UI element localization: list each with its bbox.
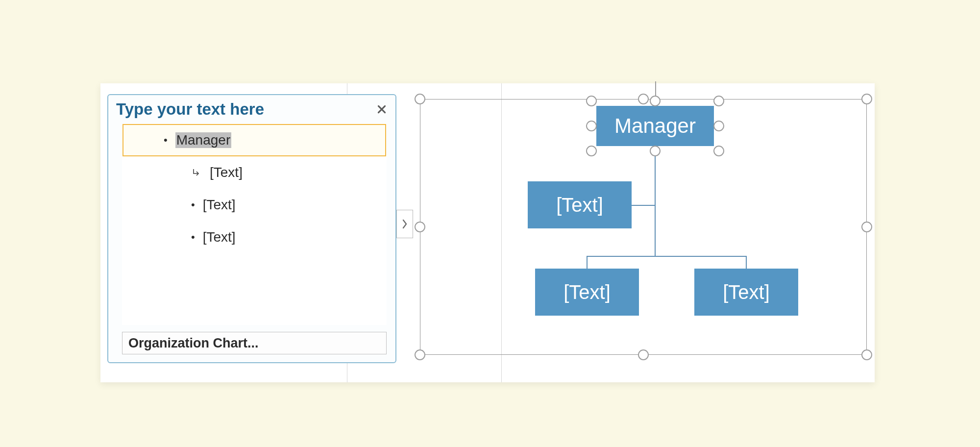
resize-handle-bottom-mid[interactable] xyxy=(638,349,649,360)
connector xyxy=(587,256,588,269)
node-resize-handle[interactable] xyxy=(586,96,597,106)
connector xyxy=(587,256,746,257)
bullet-icon: • xyxy=(191,232,195,243)
resize-handle-bottom-left[interactable] xyxy=(415,349,425,360)
resize-handle-top-right[interactable] xyxy=(861,94,872,104)
node-label: [Text] xyxy=(564,281,611,303)
smartart-editor-stage: Type your text here • Manager [Text] xyxy=(100,83,875,382)
row-gutter xyxy=(148,125,156,155)
bullet-icon: • xyxy=(191,199,195,210)
resize-handle-mid-left[interactable] xyxy=(415,222,425,232)
text-pane-layout-name[interactable]: Organization Chart... xyxy=(122,332,387,354)
node-resize-handle[interactable] xyxy=(650,96,661,106)
layout-name-label: Organization Chart... xyxy=(128,336,259,351)
node-label: [Text] xyxy=(723,281,770,303)
text-item-child[interactable]: • [Text] xyxy=(122,189,386,221)
node-label: [Text] xyxy=(556,194,603,216)
node-resize-handle[interactable] xyxy=(713,146,724,156)
text-pane-body: • Manager [Text] • [Text] • [Text] xyxy=(122,124,387,325)
org-node-assistant[interactable]: [Text] xyxy=(528,181,632,228)
text-item-label: Manager xyxy=(175,132,232,148)
connector xyxy=(746,256,747,269)
bullet-icon: • xyxy=(164,135,168,146)
node-resize-handle[interactable] xyxy=(713,121,724,131)
connector xyxy=(632,205,655,206)
text-item-label: [Text] xyxy=(210,165,243,180)
node-resize-handle[interactable] xyxy=(650,146,661,156)
collapse-text-pane-button[interactable] xyxy=(396,210,413,238)
text-pane-title: Type your text here xyxy=(116,100,264,119)
text-item-label: [Text] xyxy=(203,197,236,213)
node-resize-handle[interactable] xyxy=(586,121,597,131)
smartart-text-pane: Type your text here • Manager [Text] xyxy=(107,94,396,363)
connector xyxy=(655,146,656,256)
resize-handle-bottom-right[interactable] xyxy=(861,349,872,360)
resize-handle-top-left[interactable] xyxy=(415,94,425,104)
text-pane-header: Type your text here xyxy=(108,95,395,124)
org-node-child[interactable]: [Text] xyxy=(694,269,798,316)
node-resize-handle[interactable] xyxy=(713,96,724,106)
node-selection xyxy=(591,101,719,151)
text-item-assistant[interactable]: [Text] xyxy=(122,156,386,189)
text-item-child[interactable]: • [Text] xyxy=(122,221,386,253)
smartart-graphic-frame[interactable]: Manager [Text] [Text] [Text] xyxy=(420,99,867,355)
text-item-manager[interactable]: • Manager xyxy=(122,124,386,156)
text-item-label: [Text] xyxy=(203,229,236,245)
resize-handle-mid-right[interactable] xyxy=(861,222,872,232)
org-node-child[interactable]: [Text] xyxy=(535,269,639,316)
close-icon[interactable] xyxy=(375,102,389,116)
subordinate-arrow-icon xyxy=(191,167,202,178)
node-resize-handle[interactable] xyxy=(586,146,597,156)
